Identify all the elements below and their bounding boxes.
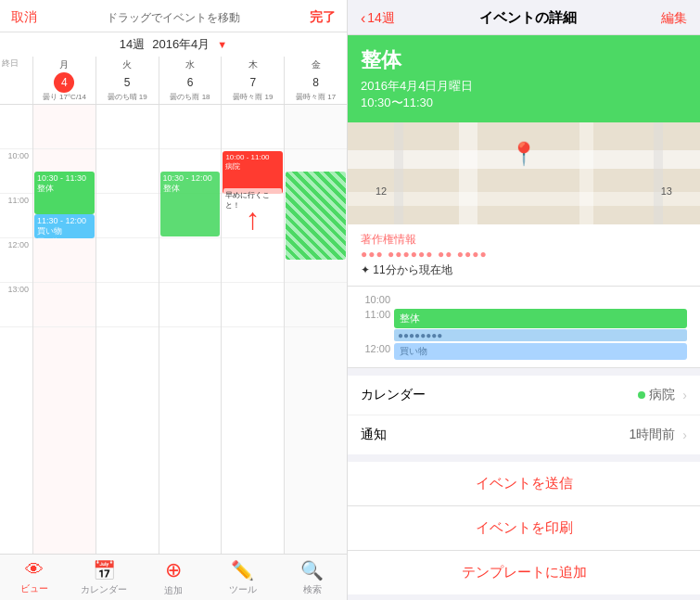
day-col-wed[interactable]: 10:30 - 12:00 整体	[159, 105, 223, 554]
send-event-button[interactable]: イベントを送信	[348, 462, 700, 506]
notification-row[interactable]: 通知 1時間前 ›	[348, 415, 700, 454]
day-col-fri[interactable]	[285, 105, 347, 554]
notification-value-text: 1時間前	[630, 427, 676, 443]
tab-calendar[interactable]: 📅 カレンダー	[70, 555, 139, 600]
directions-text[interactable]: ✦ 11分から現在地	[361, 262, 687, 278]
hour-row-tue-12	[96, 238, 159, 283]
day-name-fri: 金	[285, 58, 347, 71]
event-time: 10:30〜11:30	[361, 95, 687, 111]
actions-section: イベントを送信 イベントを印刷 テンプレートに追加	[348, 462, 700, 594]
hour-row-tue-13	[96, 283, 159, 327]
event-byoin-thu[interactable]: 10:00 - 11:00 病院	[223, 151, 283, 194]
search-icon: 🔍	[300, 559, 324, 581]
hour-row-wed-9	[159, 105, 222, 149]
drag-hint-text: ドラッグでイベントを移動	[37, 10, 310, 26]
mini-row-1200: 12:00 買い物	[361, 343, 687, 360]
weather-mon: 曇り 17°C/14	[33, 94, 95, 102]
mini-event-sub: ●●●●●●●●	[394, 329, 687, 341]
day-header-wed[interactable]: 水 6 曇のち雨 18	[159, 57, 223, 104]
event-drag-title: 整体	[163, 184, 218, 195]
add-template-button[interactable]: テンプレートに追加	[348, 551, 700, 594]
right-panel: ‹ 14週 イベントの詳細 編集 整体 2016年4月4日月曜日 10:30〜1…	[348, 0, 700, 600]
day-header-mon[interactable]: 月 4 曇り 17°C/14	[33, 57, 96, 104]
mini-event-kaimono[interactable]: 買い物	[394, 343, 687, 360]
back-chevron-icon: ‹	[361, 10, 365, 27]
mini-row-events: 11:00 整体 ●●●●●●●●	[361, 309, 687, 341]
calendar-row-label: カレンダー	[361, 387, 426, 403]
info-section: カレンダー 病院 › 通知 1時間前 ›	[348, 376, 700, 454]
add-icon: ⊕	[165, 558, 182, 582]
day-col-tue[interactable]	[96, 105, 159, 554]
hour-row-tue-9	[96, 105, 159, 149]
weather-wed: 曇のち雨 18	[159, 94, 222, 102]
day-headers: 終日 月 4 曇り 17°C/14 火 5 曇のち晴 19 水 6 曇のち雨 1…	[0, 57, 347, 105]
tab-tools-label: ツール	[229, 583, 257, 596]
tab-view-label: ビュー	[20, 582, 48, 595]
mini-event-container: 整体 ●●●●●●●●	[394, 309, 687, 341]
weather-fri: 曇時々雨 17	[285, 94, 347, 102]
detail-title: イベントの詳細	[479, 9, 577, 27]
day-name-thu: 木	[222, 58, 284, 71]
event-title-label: 整体	[37, 184, 92, 195]
calendar-dot-icon	[638, 391, 645, 399]
mini-row-1000: 10:00	[361, 294, 687, 305]
print-event-button[interactable]: イベントを印刷	[348, 506, 700, 551]
time-gutter-header: 終日	[0, 57, 33, 104]
calendar-icon: 📅	[93, 559, 116, 581]
tab-bar: 👁 ビュー 📅 カレンダー ⊕ 追加 ✏️ ツール 🔍 検索	[0, 554, 347, 600]
calendar-row[interactable]: カレンダー 病院 ›	[348, 376, 700, 415]
day-num-wed: 6	[180, 72, 200, 93]
drag-arrow-icon: ↑	[246, 202, 261, 236]
day-num-mon: 4	[54, 72, 74, 93]
back-button[interactable]: ‹ 14週	[361, 10, 395, 27]
done-button[interactable]: 完了	[310, 9, 336, 26]
mini-event-seitai[interactable]: 整体	[394, 309, 687, 328]
hour-row-thu-13	[222, 283, 284, 327]
week-nav: 14週 2016年4月 ▼	[0, 32, 347, 57]
day-col-thu[interactable]: 10:00 - 11:00 病院 早めに行くこと！ ↑	[222, 105, 285, 554]
event-seitai-mon[interactable]: 10:30 - 11:30 整体	[34, 172, 95, 214]
days-columns: 10:30 - 11:30 整体 11:30 - 12:00 買い物 買い物リス…	[33, 105, 347, 554]
event-kaimono-mon[interactable]: 11:30 - 12:00 買い物 買い物リスト	[34, 214, 95, 238]
location-info: 著作権情報 ●●● ●●●●●● ●● ●●●● ✦ 11分から現在地	[348, 224, 700, 287]
event-striped-fri[interactable]	[286, 172, 346, 260]
mini-time-1200: 12:00	[361, 343, 390, 360]
day-num-fri: 8	[306, 72, 326, 93]
tab-add[interactable]: ⊕ 追加	[139, 555, 209, 600]
back-label: 14週	[367, 10, 395, 27]
calendar-grid: 10:00 11:00 12:00 13:00 10:30 - 11:30 整体	[0, 105, 347, 554]
cancel-button[interactable]: 取消	[11, 9, 37, 26]
hour-row-wed-12	[159, 238, 222, 283]
tab-tools[interactable]: ✏️ ツール	[208, 555, 277, 600]
notification-chevron-icon: ›	[682, 428, 687, 442]
tab-view[interactable]: 👁 ビュー	[0, 555, 70, 600]
tab-search[interactable]: 🔍 検索	[277, 555, 347, 600]
event-header: 整体 2016年4月4日月曜日 10:30〜11:30	[348, 35, 700, 122]
week-number: 14週	[120, 36, 145, 53]
mini-time-1000: 10:00	[361, 294, 390, 305]
time-gutter: 10:00 11:00 12:00 13:00	[0, 105, 33, 554]
edit-button[interactable]: 編集	[661, 10, 687, 27]
day-header-fri[interactable]: 金 8 曇時々雨 17	[285, 57, 347, 104]
day-num-thu: 7	[243, 72, 263, 93]
hour-row-wed-13	[159, 283, 222, 327]
hour-row-mon-13	[33, 283, 95, 327]
event-kaimono-title: 買い物	[37, 226, 92, 237]
event-seitai-wed-drag[interactable]: 10:30 - 12:00 整体	[160, 172, 221, 236]
day-header-tue[interactable]: 火 5 曇のち晴 19	[96, 57, 159, 104]
day-col-mon[interactable]: 10:30 - 11:30 整体 11:30 - 12:00 買い物 買い物リス…	[33, 105, 96, 554]
map-label-12: 12	[375, 185, 387, 197]
day-name-wed: 水	[159, 58, 222, 71]
day-header-thu[interactable]: 木 7 曇時々雨 19	[222, 57, 285, 104]
day-name-tue: 火	[96, 58, 159, 71]
calendar-value-text: 病院	[649, 387, 675, 403]
month-dropdown-icon[interactable]: ▼	[217, 39, 227, 50]
left-header: 取消 ドラッグでイベントを移動 完了	[0, 0, 347, 32]
time-label-1000: 10:00	[0, 149, 32, 194]
map-pin-icon: 📍	[510, 141, 538, 167]
day-num-tue: 5	[117, 72, 137, 93]
hour-row-fri-9	[285, 105, 347, 149]
event-title: 整体	[361, 46, 687, 74]
hour-row-fri-13	[285, 283, 347, 327]
map-area[interactable]: 📍 12 13	[348, 122, 700, 224]
